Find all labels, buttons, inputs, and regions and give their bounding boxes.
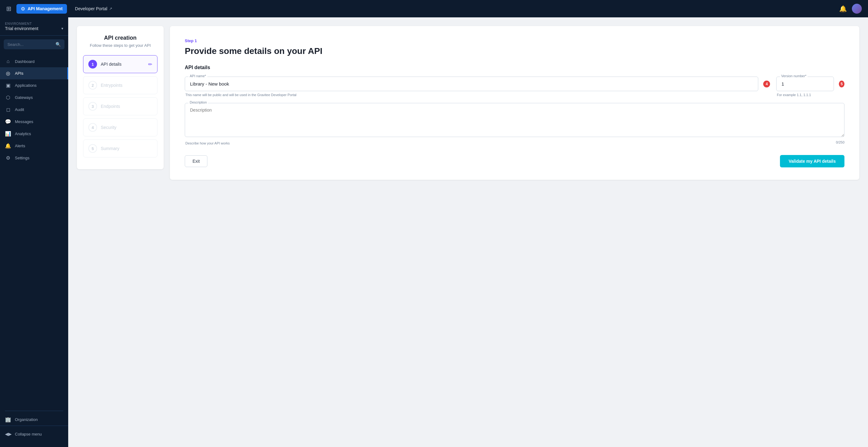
sidebar-item-label: APIs <box>15 71 23 76</box>
avatar[interactable] <box>852 4 862 13</box>
external-link-icon: ↗ <box>109 6 112 11</box>
sidebar-item-label: Settings <box>15 156 29 160</box>
form-title: Provide some details on your API <box>185 46 844 56</box>
version-hint: For example 1.1, 1.1.1 <box>776 93 844 97</box>
sidebar-item-analytics[interactable]: 📊 Analytics <box>0 128 68 140</box>
collapse-icon: ◀▶ <box>5 432 12 437</box>
api-name-hint: This name will be public and will be use… <box>185 93 770 97</box>
step-label-2: Entrypoints <box>101 83 122 88</box>
steps-card: API creation Follow these steps to get y… <box>77 26 164 169</box>
env-selector[interactable]: Environment Trial environment ▾ <box>0 18 68 36</box>
step-num-5: 5 <box>88 144 97 153</box>
api-name-badge: 4 <box>763 81 770 88</box>
step-item-4: 4 Security <box>83 119 157 136</box>
brand-button[interactable]: ⚙ API Management <box>17 4 67 13</box>
sidebar-item-gateways[interactable]: ⬡ Gateways <box>0 91 68 103</box>
form-section-title: API details <box>185 65 844 70</box>
sidebar-item-label: Analytics <box>15 131 31 136</box>
collapse-label: Collapse menu <box>15 432 42 437</box>
env-value[interactable]: Trial environment ▾ <box>5 26 63 31</box>
developer-portal-link[interactable]: Developer Portal ↗ <box>72 4 115 13</box>
env-label: Environment <box>5 22 63 25</box>
api-name-field-group: API name* 4 This name will be public and… <box>185 76 770 97</box>
organization-icon: 🏢 <box>5 417 11 422</box>
api-name-label: API name* <box>188 74 207 78</box>
sidebar-item-label: Dashboard <box>15 59 35 64</box>
version-field-group: Version number* 5 For example 1.1, 1.1.1 <box>776 76 844 97</box>
sidebar-item-apis[interactable]: ◎ APIs <box>0 67 68 79</box>
sidebar-item-alerts[interactable]: 🔔 Alerts <box>0 140 68 152</box>
top-nav: ⊞ ⚙ API Management Developer Portal ↗ 🔔 <box>0 0 868 18</box>
form-actions: Exit Validate my API details <box>185 155 844 167</box>
step-item-1[interactable]: 1 API details ✏ <box>83 55 157 73</box>
step-item-2: 2 Entrypoints <box>83 76 157 94</box>
messages-icon: 💬 <box>5 119 11 125</box>
version-badge: 5 <box>839 81 844 88</box>
grid-icon[interactable]: ⊞ <box>6 5 11 12</box>
version-input[interactable] <box>776 76 834 91</box>
nav-items: ⌂ Dashboard ◎ APIs ▣ Applications ⬡ Gate… <box>0 53 68 408</box>
form-step-label: Step 1 <box>185 38 844 43</box>
alerts-icon: 🔔 <box>5 143 11 149</box>
nav-right: 🔔 <box>839 4 862 13</box>
step-num-2: 2 <box>88 81 97 90</box>
sidebar-item-settings[interactable]: ⚙ Settings <box>0 152 68 164</box>
sidebar-item-dashboard[interactable]: ⌂ Dashboard <box>0 56 68 67</box>
char-count: 0/250 <box>836 140 844 144</box>
sidebar: Environment Trial environment ▾ Search..… <box>0 18 68 447</box>
steps-card-title: API creation <box>83 35 157 41</box>
chevron-down-icon: ▾ <box>61 26 63 31</box>
step-num-1: 1 <box>88 60 97 68</box>
step-label-5: Summary <box>101 146 119 151</box>
audit-icon: ◻ <box>5 107 11 113</box>
nav-divider <box>5 411 63 411</box>
dashboard-icon: ⌂ <box>5 59 11 64</box>
sidebar-item-label: Alerts <box>15 143 25 148</box>
notification-bell-icon[interactable]: 🔔 <box>839 5 847 12</box>
step-num-4: 4 <box>88 123 97 132</box>
sidebar-item-applications[interactable]: ▣ Applications <box>0 79 68 91</box>
sidebar-item-messages[interactable]: 💬 Messages <box>0 116 68 128</box>
version-label: Version number* <box>780 74 808 78</box>
exit-button[interactable]: Exit <box>185 155 207 167</box>
sidebar-item-label: Messages <box>15 119 33 124</box>
brand-icon: ⚙ <box>21 6 25 12</box>
sidebar-item-organization[interactable]: 🏢 Organization <box>0 414 68 426</box>
apis-icon: ◎ <box>5 70 11 76</box>
description-hint: Describe how your API works <box>185 141 230 145</box>
collapse-menu-button[interactable]: ◀▶ Collapse menu <box>0 428 68 440</box>
brand-text: API Management <box>28 6 63 11</box>
nav-bottom: ◀▶ Collapse menu <box>0 426 68 442</box>
analytics-icon: 📊 <box>5 131 11 137</box>
settings-icon: ⚙ <box>5 155 11 161</box>
content-area: API creation Follow these steps to get y… <box>68 18 868 447</box>
step-item-5: 5 Summary <box>83 139 157 157</box>
description-field-group: Description <box>185 103 844 138</box>
sidebar-item-label: Applications <box>15 83 37 88</box>
search-box[interactable]: Search... 🔍 <box>4 39 64 49</box>
description-label: Description <box>188 100 208 104</box>
sidebar-item-label: Audit <box>15 107 24 112</box>
steps-card-subtitle: Follow these steps to get your API <box>83 43 157 48</box>
search-icon: 🔍 <box>56 42 61 47</box>
portal-label: Developer Portal <box>75 6 107 11</box>
form-card: Step 1 Provide some details on your API … <box>170 26 859 180</box>
validate-button[interactable]: Validate my API details <box>780 155 844 167</box>
edit-icon: ✏ <box>148 61 152 67</box>
applications-icon: ▣ <box>5 83 11 88</box>
api-name-input[interactable] <box>185 76 758 91</box>
step-label-4: Security <box>101 125 117 130</box>
search-placeholder: Search... <box>7 42 53 47</box>
step-num-3: 3 <box>88 102 97 111</box>
sidebar-item-label: Organization <box>15 417 38 422</box>
form-row-name-version: API name* 4 This name will be public and… <box>185 76 844 97</box>
main-layout: Environment Trial environment ▾ Search..… <box>0 18 868 447</box>
step-label-3: Endpoints <box>101 104 120 109</box>
step-label-1: API details <box>101 62 122 67</box>
gateways-icon: ⬡ <box>5 95 11 100</box>
description-textarea[interactable] <box>185 103 844 137</box>
sidebar-item-label: Gateways <box>15 95 33 100</box>
sidebar-item-audit[interactable]: ◻ Audit <box>0 103 68 116</box>
step-item-3: 3 Endpoints <box>83 97 157 115</box>
